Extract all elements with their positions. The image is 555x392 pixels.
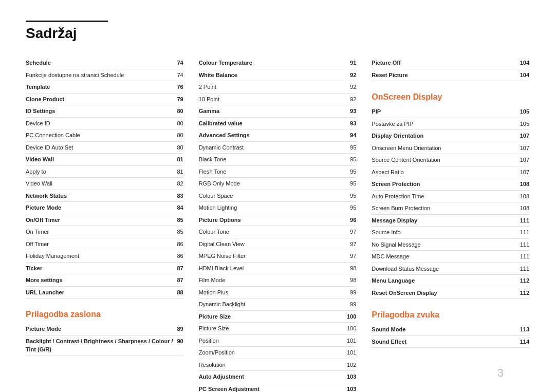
toc-page: 85	[177, 216, 183, 225]
toc-row: Postavke za PIP105	[372, 118, 529, 130]
page-number: 3	[497, 366, 504, 380]
toc-row: Picture Options96	[199, 214, 357, 227]
toc-label: Video Wall	[26, 155, 57, 164]
toc-row: Download Status Message111	[372, 263, 529, 275]
toc-row: Source Info111	[372, 227, 529, 239]
toc-label: Auto Protection Time	[372, 192, 427, 201]
toc-page: 100	[347, 324, 356, 333]
toc-label: Sound Effect	[372, 338, 410, 346]
toc-label: Digital Clean View	[199, 240, 248, 249]
toc-page: 98	[350, 276, 356, 285]
toc-page: 94	[350, 131, 356, 140]
toc-page: 97	[350, 252, 356, 260]
toc-page: 105	[520, 120, 529, 128]
toc-row: Onscreen Menu Orientation107	[372, 142, 529, 155]
toc-page: 104	[520, 59, 529, 67]
toc-page: 93	[350, 119, 356, 128]
toc-label: Advanced Settings	[199, 131, 253, 140]
toc-label: MPEG Noise Filter	[199, 252, 249, 260]
toc-row: URL Launcher88	[26, 287, 183, 299]
toc-page: 79	[177, 95, 183, 104]
toc-row: Black Tone95	[199, 154, 357, 166]
toc-label: Black Tone	[199, 155, 230, 164]
toc-page: 87	[177, 276, 183, 285]
toc-row: Auto Adjustment103	[199, 371, 357, 383]
toc-page: 76	[177, 83, 183, 91]
toc-page: 102	[347, 361, 356, 369]
toc-page: 111	[520, 228, 529, 237]
toc-label: Clone Product	[26, 95, 67, 104]
toc-label: Dynamic Contrast	[199, 143, 247, 152]
toc-page: 92	[350, 83, 356, 91]
toc-label: Picture Size	[199, 324, 232, 333]
toc-page: 97	[350, 228, 356, 236]
toc-row: Video Wall81	[26, 154, 183, 166]
toc-label: Film Mode	[199, 276, 228, 285]
toc-page: 80	[177, 107, 183, 116]
toc-page: 108	[520, 204, 529, 213]
toc-row: Motion Plus99	[199, 287, 357, 299]
toc-row: Sound Mode113	[372, 324, 529, 336]
toc-page: 99	[350, 288, 356, 297]
toc-page: 111	[520, 265, 529, 273]
toc-row: Advanced Settings94	[199, 129, 357, 142]
toc-row: Picture Mode84	[26, 202, 183, 214]
toc-label: Auto Adjustment	[199, 372, 247, 381]
toc-page: 92	[350, 95, 356, 104]
toc-row: Off Timer86	[26, 238, 183, 251]
toc-page: 112	[520, 289, 529, 297]
toc-label: Postavke za PIP	[372, 120, 416, 128]
toc-page: 81	[177, 167, 183, 176]
toc-page: 82	[177, 179, 183, 188]
toc-row: No Signal Message111	[372, 239, 529, 251]
toc-row: Position101	[199, 335, 357, 347]
toc-label: Colour Tone	[199, 228, 232, 236]
toc-page: 95	[350, 179, 356, 188]
toc-row: Apply to81	[26, 166, 183, 178]
toc-row: Auto Protection Time108	[372, 191, 529, 203]
toc-row: White Balance92	[199, 69, 357, 82]
toc-row: Picture Size100	[199, 323, 357, 335]
toc-label: ID Settings	[26, 107, 58, 116]
toc-label: Device ID	[26, 119, 53, 128]
toc-page: 107	[520, 144, 529, 153]
toc-label: PC Connection Cable	[26, 131, 83, 140]
toc-page: 85	[177, 228, 183, 236]
toc-row: 10 Point92	[199, 94, 357, 106]
toc-page: 111	[520, 216, 529, 225]
toc-row: Digital Clean View97	[199, 238, 357, 251]
toc-page: 95	[350, 143, 356, 152]
toc-page: 88	[177, 288, 183, 297]
toc-label: Device ID Auto Set	[26, 143, 76, 152]
toc-label: Reset Picture	[372, 71, 411, 80]
toc-label: More settings	[26, 276, 66, 285]
toc-label: Colour Space	[199, 192, 236, 200]
toc-row: Dynamic Contrast95	[199, 142, 357, 154]
toc-row: Message Display111	[372, 215, 529, 227]
toc-row: 2 Point92	[199, 81, 357, 94]
toc-label: Position	[199, 337, 222, 345]
toc-page: 80	[177, 131, 183, 140]
toc-row: Picture Off104	[372, 57, 529, 69]
toc-page: 107	[520, 132, 529, 140]
toc-label: Screen Protection	[372, 180, 423, 189]
toc-page: 80	[177, 143, 183, 152]
toc-label: Source Info	[372, 228, 403, 237]
toc-row: Template76	[26, 81, 183, 94]
toc-label: RGB Only Mode	[199, 179, 243, 188]
toc-label: Source Content Orientation	[372, 156, 443, 164]
toc-page: 99	[350, 300, 356, 309]
column-3: Picture Off104Reset Picture104 OnScreen …	[372, 57, 529, 348]
toc-label: MDC Message	[372, 252, 412, 261]
col3-sections: OnScreen DisplayPIP105Postavke za PIP105…	[372, 92, 529, 348]
toc-page: 95	[350, 192, 356, 200]
toc-row: On Timer85	[26, 226, 183, 238]
toc-row: Picture Mode89	[26, 323, 183, 335]
toc-label: Backlight / Contrast / Brightness / Shar…	[26, 337, 177, 354]
toc-label: Picture Mode	[26, 203, 64, 212]
toc-label: White Balance	[199, 71, 240, 80]
toc-label: HDMI Black Level	[199, 264, 247, 273]
toc-page: 86	[177, 252, 183, 260]
toc-page: 108	[520, 192, 529, 201]
toc-label: PIP	[372, 107, 384, 116]
